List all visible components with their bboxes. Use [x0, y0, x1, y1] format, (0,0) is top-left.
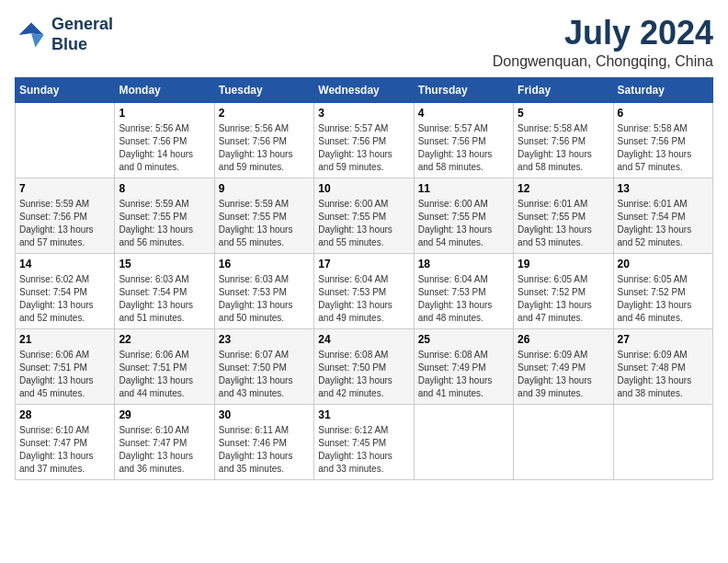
day-info: Sunrise: 6:03 AM Sunset: 7:53 PM Dayligh… [219, 273, 310, 325]
calendar-cell: 19Sunrise: 6:05 AM Sunset: 7:52 PM Dayli… [514, 253, 613, 328]
day-number: 3 [318, 107, 409, 120]
day-info: Sunrise: 6:02 AM Sunset: 7:54 PM Dayligh… [19, 273, 110, 325]
calendar-cell: 22Sunrise: 6:06 AM Sunset: 7:51 PM Dayli… [115, 328, 214, 404]
calendar-cell [514, 404, 613, 479]
day-info: Sunrise: 5:58 AM Sunset: 7:56 PM Dayligh… [518, 122, 609, 174]
calendar-cell: 25Sunrise: 6:08 AM Sunset: 7:49 PM Dayli… [414, 328, 513, 404]
day-info: Sunrise: 6:01 AM Sunset: 7:55 PM Dayligh… [518, 198, 609, 249]
day-info: Sunrise: 6:04 AM Sunset: 7:53 PM Dayligh… [318, 273, 409, 325]
location-title: Dongwenquan, Chongqing, China [493, 53, 713, 70]
day-number: 29 [119, 408, 210, 421]
calendar-cell: 14Sunrise: 6:02 AM Sunset: 7:54 PM Dayli… [16, 253, 115, 328]
day-info: Sunrise: 6:12 AM Sunset: 7:45 PM Dayligh… [318, 424, 409, 476]
calendar-cell: 2Sunrise: 5:56 AM Sunset: 7:56 PM Daylig… [214, 102, 313, 178]
calendar-header-saturday: Saturday [613, 77, 712, 102]
day-info: Sunrise: 6:01 AM Sunset: 7:54 PM Dayligh… [618, 198, 709, 249]
day-number: 4 [418, 107, 509, 120]
calendar-cell: 23Sunrise: 6:07 AM Sunset: 7:50 PM Dayli… [214, 328, 313, 404]
calendar-cell: 4Sunrise: 5:57 AM Sunset: 7:56 PM Daylig… [414, 102, 513, 178]
day-info: Sunrise: 6:08 AM Sunset: 7:49 PM Dayligh… [418, 349, 509, 400]
day-info: Sunrise: 6:10 AM Sunset: 7:47 PM Dayligh… [19, 424, 110, 476]
day-info: Sunrise: 6:03 AM Sunset: 7:54 PM Dayligh… [119, 273, 210, 325]
day-info: Sunrise: 5:57 AM Sunset: 7:56 PM Dayligh… [318, 122, 409, 174]
calendar-cell: 5Sunrise: 5:58 AM Sunset: 7:56 PM Daylig… [514, 102, 613, 178]
calendar-cell [613, 404, 712, 479]
day-info: Sunrise: 5:59 AM Sunset: 7:55 PM Dayligh… [219, 198, 310, 249]
day-number: 23 [219, 333, 310, 346]
calendar-cell [16, 102, 115, 178]
day-info: Sunrise: 6:00 AM Sunset: 7:55 PM Dayligh… [418, 198, 509, 249]
svg-marker-1 [31, 33, 44, 47]
day-number: 6 [618, 107, 709, 120]
day-number: 5 [518, 107, 609, 120]
calendar-week-row: 28Sunrise: 6:10 AM Sunset: 7:47 PM Dayli… [16, 404, 713, 479]
calendar-cell: 13Sunrise: 6:01 AM Sunset: 7:54 PM Dayli… [613, 178, 712, 253]
day-number: 25 [418, 333, 509, 346]
calendar-cell: 3Sunrise: 5:57 AM Sunset: 7:56 PM Daylig… [314, 102, 414, 178]
calendar-cell: 26Sunrise: 6:09 AM Sunset: 7:49 PM Dayli… [514, 328, 613, 404]
calendar-header-sunday: Sunday [16, 77, 115, 102]
calendar-cell: 11Sunrise: 6:00 AM Sunset: 7:55 PM Dayli… [414, 178, 513, 253]
header: General Blue July 2024 Dongwenquan, Chon… [15, 15, 713, 70]
day-number: 26 [518, 333, 609, 346]
day-info: Sunrise: 5:58 AM Sunset: 7:56 PM Dayligh… [618, 122, 709, 174]
day-number: 2 [219, 107, 310, 120]
logo: General Blue [15, 15, 113, 54]
day-number: 18 [418, 258, 509, 270]
calendar-header-tuesday: Tuesday [214, 77, 313, 102]
day-number: 31 [318, 408, 409, 421]
month-title: July 2024 [493, 15, 713, 52]
day-info: Sunrise: 6:10 AM Sunset: 7:47 PM Dayligh… [119, 424, 210, 476]
calendar-cell: 29Sunrise: 6:10 AM Sunset: 7:47 PM Dayli… [115, 404, 214, 479]
calendar-cell: 17Sunrise: 6:04 AM Sunset: 7:53 PM Dayli… [314, 253, 414, 328]
day-info: Sunrise: 6:08 AM Sunset: 7:50 PM Dayligh… [318, 349, 409, 400]
calendar-header-friday: Friday [514, 77, 613, 102]
day-info: Sunrise: 6:07 AM Sunset: 7:50 PM Dayligh… [219, 349, 310, 400]
calendar-week-row: 21Sunrise: 6:06 AM Sunset: 7:51 PM Dayli… [16, 328, 713, 404]
day-info: Sunrise: 6:05 AM Sunset: 7:52 PM Dayligh… [518, 273, 609, 325]
calendar-week-row: 7Sunrise: 5:59 AM Sunset: 7:56 PM Daylig… [16, 178, 713, 253]
calendar-cell: 30Sunrise: 6:11 AM Sunset: 7:46 PM Dayli… [214, 404, 313, 479]
day-info: Sunrise: 5:56 AM Sunset: 7:56 PM Dayligh… [219, 122, 310, 174]
day-number: 15 [119, 258, 210, 270]
svg-marker-0 [19, 22, 44, 35]
day-number: 27 [618, 333, 709, 346]
day-info: Sunrise: 5:57 AM Sunset: 7:56 PM Dayligh… [418, 122, 509, 174]
day-number: 1 [119, 107, 210, 120]
day-info: Sunrise: 6:09 AM Sunset: 7:48 PM Dayligh… [618, 349, 709, 400]
day-number: 9 [219, 182, 310, 195]
day-number: 8 [119, 182, 210, 195]
calendar-cell: 16Sunrise: 6:03 AM Sunset: 7:53 PM Dayli… [214, 253, 313, 328]
calendar-cell: 1Sunrise: 5:56 AM Sunset: 7:56 PM Daylig… [115, 102, 214, 178]
calendar-header-row: SundayMondayTuesdayWednesdayThursdayFrid… [16, 77, 713, 102]
calendar-cell: 20Sunrise: 6:05 AM Sunset: 7:52 PM Dayli… [613, 253, 712, 328]
calendar-cell: 9Sunrise: 5:59 AM Sunset: 7:55 PM Daylig… [214, 178, 313, 253]
day-number: 11 [418, 182, 509, 195]
calendar-week-row: 1Sunrise: 5:56 AM Sunset: 7:56 PM Daylig… [16, 102, 713, 178]
day-info: Sunrise: 6:00 AM Sunset: 7:55 PM Dayligh… [318, 198, 409, 249]
logo-icon [15, 18, 48, 52]
day-number: 10 [318, 182, 409, 195]
day-number: 30 [219, 408, 310, 421]
calendar-header-monday: Monday [115, 77, 214, 102]
day-info: Sunrise: 5:59 AM Sunset: 7:56 PM Dayligh… [19, 198, 110, 249]
day-number: 16 [219, 258, 310, 270]
day-number: 20 [618, 258, 709, 270]
calendar-cell: 24Sunrise: 6:08 AM Sunset: 7:50 PM Dayli… [314, 328, 414, 404]
day-number: 12 [518, 182, 609, 195]
day-number: 28 [19, 408, 110, 421]
calendar-cell: 10Sunrise: 6:00 AM Sunset: 7:55 PM Dayli… [314, 178, 414, 253]
calendar-cell [414, 404, 513, 479]
calendar-cell: 21Sunrise: 6:06 AM Sunset: 7:51 PM Dayli… [16, 328, 115, 404]
calendar-table: SundayMondayTuesdayWednesdayThursdayFrid… [15, 77, 713, 480]
day-info: Sunrise: 5:59 AM Sunset: 7:55 PM Dayligh… [119, 198, 210, 249]
day-number: 13 [618, 182, 709, 195]
day-info: Sunrise: 6:06 AM Sunset: 7:51 PM Dayligh… [19, 349, 110, 400]
day-number: 17 [318, 258, 409, 270]
calendar-week-row: 14Sunrise: 6:02 AM Sunset: 7:54 PM Dayli… [16, 253, 713, 328]
calendar-cell: 28Sunrise: 6:10 AM Sunset: 7:47 PM Dayli… [16, 404, 115, 479]
day-number: 19 [518, 258, 609, 270]
calendar-cell: 15Sunrise: 6:03 AM Sunset: 7:54 PM Dayli… [115, 253, 214, 328]
day-info: Sunrise: 6:11 AM Sunset: 7:46 PM Dayligh… [219, 424, 310, 476]
calendar-cell: 18Sunrise: 6:04 AM Sunset: 7:53 PM Dayli… [414, 253, 513, 328]
